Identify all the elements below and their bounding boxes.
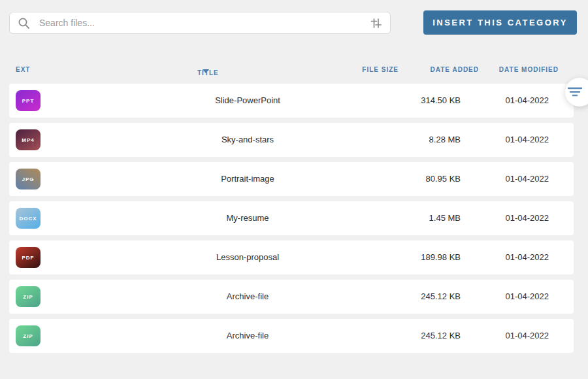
insert-category-button[interactable]: INSERT THIS CATEGORY <box>423 10 577 35</box>
sort-desc-arrow-icon <box>203 69 209 73</box>
file-title: Archive-file <box>153 319 342 353</box>
file-date-modified: 01-04-2022 <box>506 240 549 274</box>
file-type-badge: MP4 <box>16 129 41 150</box>
table-row[interactable]: ZIP Archive-file 245.12 KB 01-04-2022 <box>9 280 574 314</box>
column-header-date-added: DATE ADDED <box>431 66 479 73</box>
table-row[interactable]: PDF Lesson-proposal 189.98 KB 01-04-2022 <box>9 240 574 274</box>
file-type-badge: PDF <box>16 247 41 268</box>
column-header-ext: EXT <box>16 66 30 73</box>
table-header: EXT TITLE FILE SIZE DATE ADDED DATE MODI… <box>9 63 574 78</box>
file-size: 1.45 MB <box>429 201 461 235</box>
file-size: 245.12 KB <box>421 319 461 353</box>
tune-sliders-icon[interactable] <box>370 17 382 29</box>
search-icon <box>18 17 30 29</box>
file-size: 8.28 MB <box>429 123 461 157</box>
file-type-badge: JPG <box>16 169 41 190</box>
column-header-file-size: FILE SIZE <box>362 66 399 73</box>
file-title: Archive-file <box>153 280 342 314</box>
file-type-badge: DOCX <box>16 208 41 229</box>
file-title: Sky-and-stars <box>153 123 342 157</box>
file-date-modified: 01-04-2022 <box>506 123 549 157</box>
file-title: Portrait-image <box>153 162 342 196</box>
file-size: 245.12 KB <box>421 280 461 314</box>
search-input[interactable] <box>39 18 370 28</box>
table-row[interactable]: JPG Portrait-image 80.95 KB 01-04-2022 <box>9 162 574 196</box>
file-title: Lesson-proposal <box>153 240 342 274</box>
file-title: My-resume <box>153 201 342 235</box>
table-row[interactable]: PPT Slide-PowerPoint 314.50 KB 01-04-202… <box>9 84 574 118</box>
file-date-modified: 01-04-2022 <box>506 201 549 235</box>
file-size: 189.98 KB <box>421 240 461 274</box>
file-title: Slide-PowerPoint <box>153 84 342 118</box>
file-size: 314.50 KB <box>421 84 461 118</box>
table-row[interactable]: ZIP Archive-file 245.12 KB 01-04-2022 <box>9 319 574 353</box>
file-size: 80.95 KB <box>426 162 461 196</box>
column-header-date-modified: DATE MODIFIED <box>499 66 559 73</box>
table-row[interactable]: MP4 Sky-and-stars 8.28 MB 01-04-2022 <box>9 123 574 157</box>
file-date-modified: 01-04-2022 <box>506 280 549 314</box>
search-bar <box>9 12 391 34</box>
file-date-modified: 01-04-2022 <box>506 84 549 118</box>
file-list: PPT Slide-PowerPoint 314.50 KB 01-04-202… <box>9 84 574 358</box>
file-date-modified: 01-04-2022 <box>506 162 549 196</box>
table-row[interactable]: DOCX My-resume 1.45 MB 01-04-2022 <box>9 201 574 235</box>
file-type-badge: ZIP <box>16 325 41 346</box>
file-type-badge: ZIP <box>16 286 41 307</box>
file-type-badge: PPT <box>16 90 41 111</box>
file-date-modified: 01-04-2022 <box>506 319 549 353</box>
filter-lines-icon <box>567 86 583 98</box>
